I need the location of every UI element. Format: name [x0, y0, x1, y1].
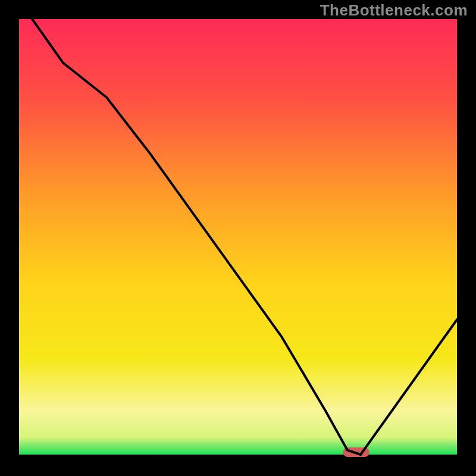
frame-left — [0, 0, 19, 476]
chart-container: TheBottleneck.com — [0, 0, 476, 476]
frame-bottom — [0, 455, 476, 476]
watermark-text: TheBottleneck.com — [320, 1, 468, 20]
frame-right — [457, 0, 476, 476]
chart-svg — [0, 0, 476, 476]
plot-background — [19, 19, 457, 455]
